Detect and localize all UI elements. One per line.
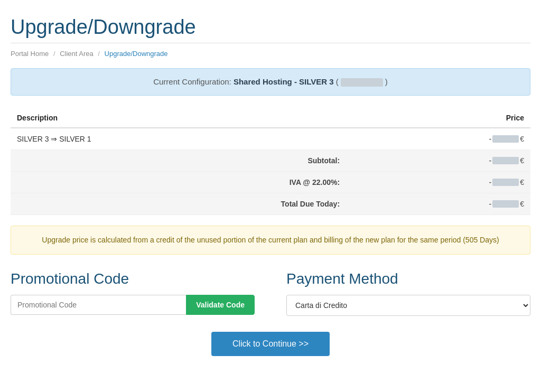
- total-prefix: -: [489, 200, 492, 208]
- table-row: SILVER 3 ⇒ SILVER 1 -€: [11, 128, 530, 150]
- subtotal-value-blurred: [492, 157, 519, 164]
- iva-row: IVA @ 22.00%: -€: [11, 172, 530, 193]
- price-value-blurred: [492, 135, 519, 143]
- total-currency: €: [520, 200, 524, 208]
- info-box-text: Upgrade price is calculated from a credi…: [42, 236, 499, 244]
- breadcrumb-client-area[interactable]: Client Area: [60, 50, 94, 58]
- continue-row: Click to Continue >>: [11, 332, 530, 356]
- config-domain-blurred: [341, 78, 383, 87]
- total-row: Total Due Today: -€: [11, 193, 530, 215]
- iva-price: -€: [346, 172, 530, 193]
- payment-section: Payment Method Carta di Credito PayPal B…: [286, 270, 530, 316]
- info-box: Upgrade price is calculated from a credi…: [11, 226, 530, 255]
- subtotal-row: Subtotal: -€: [11, 150, 530, 172]
- row-description: SILVER 3 ⇒ SILVER 1: [11, 128, 346, 150]
- subtotal-prefix: -: [489, 156, 492, 165]
- total-price: -€: [346, 193, 530, 215]
- iva-value-blurred: [492, 179, 519, 186]
- payment-method-select[interactable]: Carta di Credito PayPal Bonifico Bancari…: [286, 295, 530, 316]
- pricing-table: Description Price SILVER 3 ⇒ SILVER 1 -€…: [11, 108, 530, 215]
- promo-input[interactable]: [11, 295, 186, 315]
- price-prefix: -: [489, 135, 492, 143]
- config-prefix: Current Configuration:: [153, 77, 231, 86]
- iva-prefix: -: [489, 178, 492, 186]
- promo-row: Validate Code: [11, 295, 255, 315]
- col-description: Description: [11, 108, 346, 128]
- validate-code-button[interactable]: Validate Code: [186, 295, 255, 315]
- iva-label: IVA @ 22.00%:: [11, 172, 346, 193]
- title-divider: [11, 43, 530, 43]
- breadcrumb-portal-home[interactable]: Portal Home: [11, 50, 49, 58]
- breadcrumb-current: Upgrade/Downgrade: [105, 50, 168, 58]
- promo-heading: Promotional Code: [11, 270, 255, 287]
- total-label: Total Due Today:: [11, 193, 346, 215]
- breadcrumb: Portal Home / Client Area / Upgrade/Down…: [11, 50, 530, 58]
- col-price: Price: [346, 108, 530, 128]
- subtotal-currency: €: [520, 156, 524, 165]
- row-price: -€: [346, 128, 530, 150]
- config-plan: Shared Hosting - SILVER 3: [234, 77, 334, 86]
- price-currency: €: [520, 135, 524, 143]
- promo-section: Promotional Code Validate Code: [11, 270, 255, 315]
- continue-button[interactable]: Click to Continue >>: [211, 332, 330, 356]
- subtotal-price: -€: [346, 150, 530, 172]
- bottom-section: Promotional Code Validate Code Payment M…: [11, 270, 530, 316]
- config-banner: Current Configuration: Shared Hosting - …: [11, 68, 530, 96]
- payment-heading: Payment Method: [286, 270, 530, 287]
- iva-currency: €: [520, 178, 524, 186]
- total-value-blurred: [492, 200, 519, 208]
- subtotal-label: Subtotal:: [11, 150, 346, 172]
- page-title: Upgrade/Downgrade: [11, 16, 530, 39]
